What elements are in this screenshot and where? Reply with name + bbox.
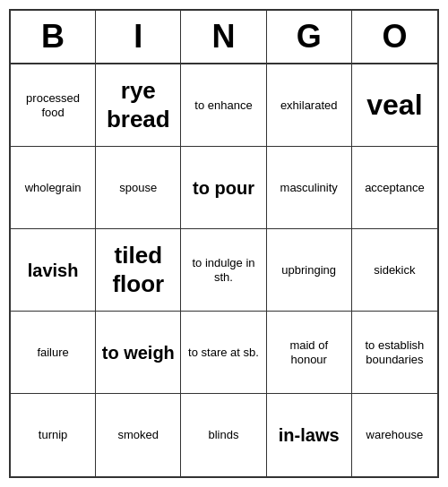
bingo-cell-text-16: to weigh xyxy=(102,342,175,363)
bingo-cell-text-13: upbringing xyxy=(281,263,336,278)
bingo-cell-text-15: failure xyxy=(37,346,68,360)
bingo-cell-24: warehouse xyxy=(352,394,437,476)
bingo-cell-3: exhilarated xyxy=(267,64,352,147)
bingo-cell-text-6: spouse xyxy=(119,181,157,195)
bingo-grid: processed foodrye breadto enhanceexhilar… xyxy=(11,64,437,476)
bingo-cell-text-23: in-laws xyxy=(279,424,340,446)
bingo-cell-text-9: acceptance xyxy=(365,181,425,195)
bingo-cell-text-7: to pour xyxy=(193,177,254,199)
bingo-cell-text-8: masculinity xyxy=(280,181,338,195)
header-letter-b: B xyxy=(11,11,96,63)
bingo-cell-23: in-laws xyxy=(267,394,352,476)
bingo-cell-text-5: wholegrain xyxy=(25,181,82,195)
bingo-cell-text-24: warehouse xyxy=(366,428,424,442)
bingo-cell-21: smoked xyxy=(96,394,181,476)
bingo-cell-text-3: exhilarated xyxy=(280,98,338,113)
bingo-cell-12: to indulge in sth. xyxy=(181,229,266,312)
bingo-cell-text-11: tiled floor xyxy=(101,242,175,297)
bingo-cell-text-4: veal xyxy=(366,88,422,122)
bingo-cell-10: lavish xyxy=(11,229,96,312)
bingo-cell-text-14: sidekick xyxy=(374,263,415,278)
bingo-cell-17: to stare at sb. xyxy=(181,312,266,394)
bingo-cell-15: failure xyxy=(11,312,96,394)
bingo-cell-0: processed food xyxy=(11,64,96,147)
header-letter-o: O xyxy=(352,11,437,63)
bingo-cell-8: masculinity xyxy=(267,147,352,229)
bingo-cell-4: veal xyxy=(352,64,437,147)
bingo-cell-6: spouse xyxy=(96,147,181,229)
bingo-cell-16: to weigh xyxy=(96,312,181,394)
bingo-cell-text-12: to indulge in sth. xyxy=(186,256,260,284)
bingo-cell-11: tiled floor xyxy=(96,229,181,312)
header-letter-n: N xyxy=(181,11,266,63)
bingo-cell-text-1: rye bread xyxy=(101,77,175,132)
bingo-cell-13: upbringing xyxy=(267,229,352,312)
bingo-cell-14: sidekick xyxy=(352,229,437,312)
bingo-cell-text-20: turnip xyxy=(39,428,68,442)
bingo-cell-text-0: processed food xyxy=(16,91,90,119)
bingo-cell-text-2: to enhance xyxy=(194,98,252,113)
bingo-cell-9: acceptance xyxy=(352,147,437,229)
bingo-cell-2: to enhance xyxy=(181,64,266,147)
bingo-cell-text-22: blinds xyxy=(209,428,239,442)
bingo-cell-text-10: lavish xyxy=(28,260,79,281)
header-letter-g: G xyxy=(267,11,352,63)
bingo-cell-5: wholegrain xyxy=(11,147,96,229)
bingo-cell-text-17: to stare at sb. xyxy=(188,346,259,360)
bingo-cell-text-19: to establish boundaries xyxy=(358,338,432,366)
bingo-cell-1: rye bread xyxy=(96,64,181,147)
bingo-cell-text-21: smoked xyxy=(118,428,159,442)
bingo-header: BINGO xyxy=(11,11,437,64)
bingo-cell-19: to establish boundaries xyxy=(352,312,437,394)
header-letter-i: I xyxy=(96,11,181,63)
bingo-cell-22: blinds xyxy=(181,394,266,476)
bingo-cell-7: to pour xyxy=(181,147,266,229)
bingo-card: BINGO processed foodrye breadto enhancee… xyxy=(9,9,439,478)
bingo-cell-18: maid of honour xyxy=(267,312,352,394)
bingo-cell-20: turnip xyxy=(11,394,96,476)
bingo-cell-text-18: maid of honour xyxy=(272,338,346,366)
